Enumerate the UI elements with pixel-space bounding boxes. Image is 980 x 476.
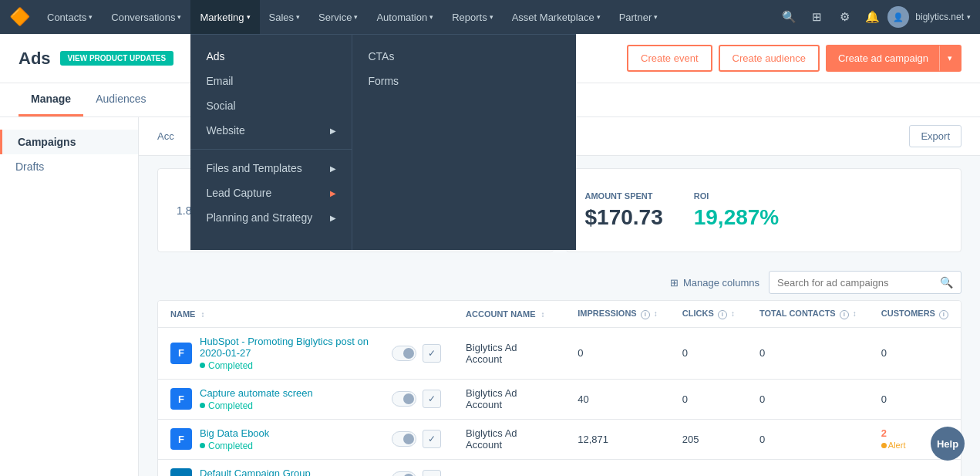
customers-link[interactable]: 2 <box>881 427 887 439</box>
marketing-dropdown: Ads Email Social Website ▶ Files and Tem… <box>190 34 576 250</box>
marketplace-icon[interactable]: ⊞ <box>804 5 829 29</box>
nav-item-partner[interactable]: Partner ▾ <box>610 0 668 34</box>
toggle-circle <box>403 434 414 444</box>
tab-manage[interactable]: Manage <box>19 83 83 116</box>
search-icon[interactable]: 🔍 <box>776 5 801 29</box>
info-icon[interactable]: i <box>939 310 948 319</box>
dropdown-item-files[interactable]: Files and Templates ▶ <box>190 156 352 181</box>
settings-icon[interactable]: ⚙ <box>832 5 857 29</box>
nav-label-reports: Reports <box>452 12 487 23</box>
customers-value: 0 <box>881 393 887 405</box>
toggle-circle <box>403 348 414 359</box>
nav-item-conversations[interactable]: Conversations ▾ <box>102 0 190 34</box>
toggle-button[interactable] <box>392 471 416 476</box>
nav-item-contacts[interactable]: Contacts ▾ <box>38 0 102 34</box>
campaign-link[interactable]: Big Data Ebook <box>200 427 269 439</box>
nav-item-marketing[interactable]: Marketing ▾ Ads Email Social W <box>190 0 259 34</box>
nav-item-sales[interactable]: Sales ▾ <box>260 0 310 34</box>
export-button[interactable]: Export <box>909 125 961 147</box>
sort-icon[interactable]: ↕ <box>200 310 204 319</box>
check-icon[interactable]: ✓ <box>423 430 441 448</box>
manage-columns-button[interactable]: ⊞ Manage columns <box>670 277 759 289</box>
nav-label-service: Service <box>318 12 352 23</box>
sidebar-item-campaigns[interactable]: Campaigns <box>0 130 138 154</box>
campaign-link[interactable]: Capture automate screen <box>200 387 313 399</box>
ads-header-right: Create event Create audience Create ad c… <box>627 45 961 72</box>
check-icon[interactable]: ✓ <box>423 390 441 408</box>
status-badge: Completed <box>200 441 269 451</box>
campaign-name-cell: F Capture automate screen Completed ✓ <box>170 387 441 411</box>
check-icon[interactable]: ✓ <box>423 470 441 476</box>
alert-badge: Alert <box>881 441 906 450</box>
toggle-button[interactable] <box>392 431 416 447</box>
info-icon[interactable]: i <box>718 310 727 319</box>
tab-audiences[interactable]: Audiences <box>83 83 158 116</box>
nav-item-automation[interactable]: Automation ▾ <box>367 0 443 34</box>
sidebar: Campaigns Drafts <box>0 117 139 476</box>
clicks-cell: 205 <box>670 419 747 459</box>
create-campaign-button[interactable]: Create ad campaign <box>826 45 939 72</box>
nav-items: Contacts ▾ Conversations ▾ Marketing ▾ A… <box>38 0 776 34</box>
dropdown-col2: CTAs Forms <box>352 35 491 250</box>
nav-item-asset-marketplace[interactable]: Asset Marketplace ▾ <box>503 0 610 34</box>
sort-icon[interactable]: ↕ <box>731 309 735 318</box>
create-campaign-dropdown-arrow[interactable]: ▾ <box>939 45 961 72</box>
status-dot <box>200 403 205 408</box>
toggle-cell: ✓ <box>392 470 441 476</box>
help-button[interactable]: Help <box>931 427 965 461</box>
chevron-down-icon: ▾ <box>177 13 181 21</box>
create-audience-button[interactable]: Create audience <box>719 45 820 72</box>
col-customers: CUSTOMERS i <box>869 301 961 327</box>
chevron-right-icon: ▶ <box>330 189 336 197</box>
info-icon[interactable]: i <box>641 310 650 319</box>
search-input[interactable] <box>777 277 935 289</box>
nav-domain[interactable]: biglytics.net <box>915 12 964 22</box>
stats-roi: ROI 19,287% <box>694 191 780 230</box>
info-icon[interactable]: i <box>840 310 849 319</box>
nav-item-reports[interactable]: Reports ▾ <box>443 0 503 34</box>
chevron-down-icon: ▾ <box>490 13 493 21</box>
dropdown-item-ads[interactable]: Ads <box>190 44 352 69</box>
amount-value: $170.73 <box>585 205 663 230</box>
dropdown-item-lead-capture[interactable]: Lead Capture ▶ <box>190 181 352 205</box>
status-dot <box>200 443 205 448</box>
notifications-icon[interactable]: 🔔 <box>860 5 884 29</box>
table-row: in Default Campaign Group Active ✓ Bigly… <box>158 459 961 476</box>
nav-item-service[interactable]: Service ▾ <box>309 0 367 34</box>
table-row: F Capture automate screen Completed ✓ Bi… <box>158 379 961 419</box>
dropdown-item-website[interactable]: Website ▶ <box>190 118 352 143</box>
check-icon[interactable]: ✓ <box>423 344 441 363</box>
toggle-cell: ✓ <box>392 430 441 448</box>
dropdown-item-ctas[interactable]: CTAs <box>352 44 491 69</box>
campaign-link[interactable]: HubSpot - Promoting Biglytics post on 20… <box>200 336 369 359</box>
chevron-right-icon: ▶ <box>330 127 336 135</box>
customers-link[interactable]: 2 <box>881 474 887 477</box>
customers-cell: 0 <box>869 379 961 419</box>
sort-icon[interactable]: ↕ <box>654 309 658 318</box>
account-cell: Biglytics Ad Account <box>453 419 565 459</box>
avatar[interactable]: 👤 <box>887 6 909 28</box>
nav-right: 🔍 ⊞ ⚙ 🔔 👤 biglytics.net ▾ <box>776 5 971 29</box>
clicks-cell: 20 <box>670 459 747 476</box>
create-event-button[interactable]: Create event <box>627 45 712 72</box>
sort-icon[interactable]: ↕ <box>541 310 545 319</box>
account-cell: Biglytics Ad Account <box>453 327 565 379</box>
facebook-icon: F <box>170 343 192 364</box>
sidebar-item-drafts[interactable]: Drafts <box>0 154 138 179</box>
dropdown-item-email[interactable]: Email <box>190 69 352 93</box>
create-campaign-button-group: Create ad campaign ▾ <box>826 45 961 72</box>
campaign-link[interactable]: Default Campaign Group <box>200 468 311 477</box>
dropdown-item-social[interactable]: Social <box>190 93 352 118</box>
toggle-cell: ✓ <box>392 344 441 363</box>
chevron-down-icon: ▾ <box>354 13 358 21</box>
dropdown-item-forms[interactable]: Forms <box>352 69 491 93</box>
hubspot-logo[interactable]: 🔶 <box>9 7 30 27</box>
nav-label-sales: Sales <box>269 12 295 23</box>
sort-icon[interactable]: ↕ <box>853 309 857 318</box>
toggle-button[interactable] <box>392 391 416 407</box>
toggle-button[interactable] <box>392 346 416 361</box>
view-product-badge[interactable]: VIEW PRODUCT UPDATES <box>60 51 174 66</box>
table-row: F Big Data Ebook Completed ✓ Biglytics A… <box>158 419 961 459</box>
dropdown-item-planning[interactable]: Planning and Strategy ▶ <box>190 205 352 230</box>
search-box: 🔍 <box>769 271 961 294</box>
